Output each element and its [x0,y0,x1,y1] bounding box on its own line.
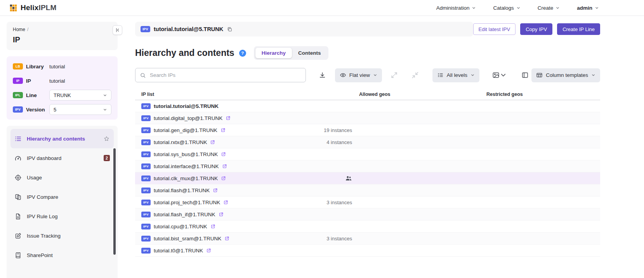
sidebar-header: Home/ IP [7,22,118,50]
search-input[interactable] [149,72,301,78]
title-row: Hierarchy and contents ? Hierarchy Conte… [135,46,600,60]
breadcrumb: Home/ [13,27,111,32]
sidebar-nav: Hierarchy and contentsIPV dashboard2Usag… [7,126,118,278]
sidebar-item-ipv-rule-log[interactable]: IPV Rule Log [10,207,114,226]
table-header: IP list Allowed geos Restricted geos [135,92,600,100]
external-link-icon[interactable] [221,152,226,157]
external-link-icon[interactable] [206,248,211,253]
menu-create[interactable]: Create [538,5,560,11]
header-menu: Administration Catalogs Create admin [436,5,599,11]
table-row[interactable]: IPVtutorial.clk_mux@1.TRUNK [135,172,600,184]
help-icon[interactable]: ? [239,50,246,57]
column-header-allowed-geos[interactable]: Allowed geos [356,92,483,97]
ipv-badge: IPV [141,127,151,133]
table-row[interactable]: IPVtutorial.digital_top@1.TRUNK [135,112,600,124]
chevron-down-icon [500,71,507,79]
ip-name: tutorial.interface@1.TRUNK [154,163,219,169]
table-row[interactable]: IPVtutorial.rxtx@1.TRUNK4 instances [135,136,600,148]
library-badge: LB [13,63,23,70]
table-row[interactable]: IPVtutorial.flash_if@1.TRUNK [135,208,600,221]
table-row[interactable]: IPVtutorial.bist_sram@1.TRUNK3 instances [135,233,600,245]
table-row[interactable]: IPVtutorial.tutorial@5.TRUNK [135,100,600,112]
download-button[interactable] [316,69,329,82]
collapse-all-button[interactable] [409,69,422,82]
ipv-banner-row: IPV tutorial.tutorial@5.TRUNK Edit lates… [135,22,600,36]
menu-catalogs[interactable]: Catalogs [493,5,520,11]
external-link-icon[interactable] [220,128,226,133]
action-buttons: Edit latest IPV Copy IPV Create IP Line [473,23,600,35]
copy-icon[interactable] [227,26,233,32]
ipv-title: tutorial.tutorial@5.TRUNK [154,26,223,32]
version-row: IPV Version 5 [13,104,111,115]
external-link-icon[interactable] [226,116,231,121]
instances-count: 19 instances [324,127,352,133]
ip-name: tutorial.rxtx@1.TRUNK [154,139,207,145]
filelog-icon [14,213,22,220]
ip-value: tutorial [49,78,65,84]
external-link-icon[interactable] [210,140,215,145]
edit-latest-ipv-button[interactable]: Edit latest IPV [473,23,516,35]
external-link-icon[interactable] [222,164,227,169]
create-ip-line-button[interactable]: Create IP Line [557,23,600,35]
external-link-icon[interactable] [224,236,229,241]
column-header-ip-list[interactable]: IP list [135,92,356,97]
page-title: Hierarchy and contents [135,48,234,58]
menu-admin-user[interactable]: admin [577,5,599,11]
tab-hierarchy[interactable]: Hierarchy [255,48,292,58]
brand-text: HelixIPLM [21,3,57,12]
external-link-icon[interactable] [210,224,215,229]
page-title-sidebar: IP [13,35,111,44]
collapse-icon [411,71,419,79]
column-templates-dropdown[interactable]: Column templates [531,68,600,82]
sidebar-item-label: IPV Rule Log [27,214,58,219]
sidebar-scrollbar[interactable] [113,148,116,255]
external-link-icon[interactable] [221,176,226,181]
top-bar: HelixIPLM Administration Catalogs Create… [0,0,644,16]
image-view-dropdown[interactable] [491,69,508,82]
board-view-button[interactable] [519,69,531,82]
column-header-restricted-geos[interactable]: Restricted geos [483,92,600,97]
sidebar-item-label: Usage [27,175,42,181]
table-row[interactable]: IPVtutorial.flash@1.TRUNK [135,184,600,196]
external-link-icon[interactable] [223,200,228,205]
ip-name: tutorial.flash@1.TRUNK [154,188,210,193]
ip-name: tutorial.digital_top@1.TRUNK [154,115,222,121]
sidebar-item-hierarchy-and-contents[interactable]: Hierarchy and contents [10,129,114,148]
expand-all-button[interactable] [388,69,401,82]
copy-ipv-button[interactable]: Copy IPV [520,23,552,35]
library-value: tutorial [49,64,65,70]
external-link-icon[interactable] [213,188,218,193]
sidebar-item-issue-tracking[interactable]: Issue Tracking [10,226,114,245]
all-levels-dropdown[interactable]: All levels [432,68,479,82]
table-row[interactable]: IPVtutorial.interface@1.TRUNK [135,160,600,172]
book-icon [14,252,22,259]
sidebar-item-ipv-dashboard[interactable]: IPV dashboard2 [10,148,114,168]
table-row[interactable]: IPVtutorial.sys_bus@1.TRUNK [135,148,600,160]
ip-name: tutorial.flash_if@1.TRUNK [154,212,215,217]
table-row[interactable]: IPVtutorial.t0@1.TRUNK [135,245,600,257]
table-row[interactable]: IPVtutorial.proj_tech@1.TRUNK3 instances [135,196,600,208]
breadcrumb-home-link[interactable]: Home [13,27,25,32]
collapse-sidebar-button[interactable] [113,25,122,35]
image-icon [492,71,500,79]
tab-contents[interactable]: Contents [292,48,327,58]
star-icon[interactable] [103,136,110,142]
ipv-badge: IPV [141,139,151,145]
external-link-icon[interactable] [219,212,224,217]
ip-hierarchy-table: IP list Allowed geos Restricted geos IPV… [135,92,600,257]
ipv-badge: IPV [141,103,151,109]
sidebar-item-sharepoint[interactable]: SharePoint [10,245,114,265]
sidebar-item-ipv-compare[interactable]: IPV Compare [10,187,114,207]
chevron-down-icon [595,6,599,10]
table-row[interactable]: IPVtutorial.cpu@1.TRUNK [135,221,600,233]
target-icon [14,174,22,181]
version-select[interactable]: 5 [49,104,111,115]
ip-name: tutorial.sys_bus@1.TRUNK [154,151,218,157]
flat-view-dropdown[interactable]: Flat view [335,68,382,82]
collapse-left-icon [115,27,120,33]
line-select[interactable]: TRUNK [49,90,111,101]
menu-administration[interactable]: Administration [436,5,476,11]
sidebar-item-usage[interactable]: Usage [10,168,114,187]
table-row[interactable]: IPVtutorial.gen_dig@1.TRUNK19 instances [135,124,600,136]
app-logo[interactable]: HelixIPLM [9,3,57,12]
